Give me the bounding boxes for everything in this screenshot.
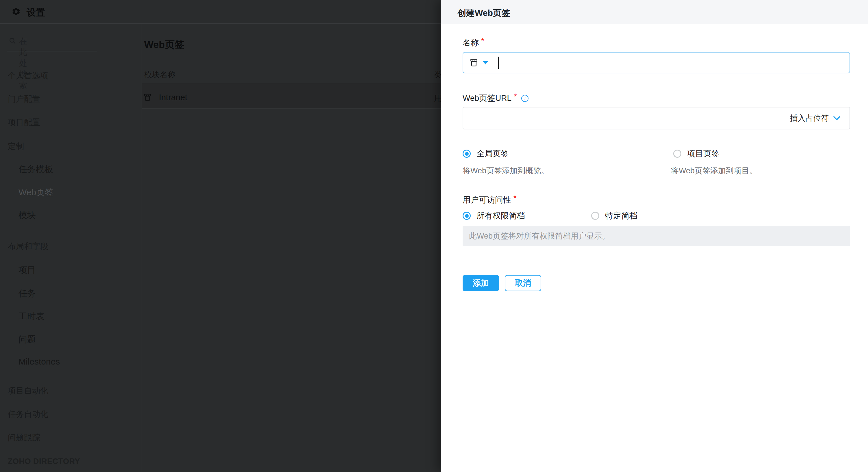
project-tab-description: 将Web页签添加到项目。 <box>671 165 757 176</box>
sidebar-item-personal-preferences[interactable]: 个人首选项 <box>8 71 48 81</box>
radio-unselected-icon[interactable] <box>591 212 599 220</box>
search-underline <box>7 51 97 52</box>
accessibility-field-label: 用户可访问性 * <box>463 194 517 206</box>
name-input[interactable] <box>463 52 850 73</box>
required-asterisk: * <box>481 37 484 45</box>
sidebar-item-issue-tracking[interactable]: 问题跟踪 <box>8 433 40 443</box>
required-asterisk: * <box>514 92 517 101</box>
sidebar-item-task-automation[interactable]: 任务自动化 <box>8 409 48 419</box>
info-icon[interactable]: i <box>521 94 529 102</box>
svg-text:i: i <box>524 96 525 101</box>
sidebar-item-issues[interactable]: 问题 <box>19 335 36 344</box>
sidebar-item-customization[interactable]: 定制 <box>8 141 24 151</box>
insert-placeholder-dropdown[interactable]: 插入占位符 <box>781 107 849 129</box>
radio-selected-icon[interactable] <box>463 212 471 220</box>
sidebar-item-modules[interactable]: 模块 <box>19 210 36 220</box>
radio-selected-icon[interactable] <box>463 150 471 158</box>
sidebar-item-tasks[interactable]: 任务 <box>19 289 36 298</box>
radio-project-tab[interactable]: 项目页签 <box>673 148 719 159</box>
settings-page-dimmed: 设置 在此处搜索 个人首选项 门户配置 项目配置 定制 任务模板 Web页签 模… <box>0 0 441 472</box>
chevron-down-icon <box>833 116 841 121</box>
drawer-actions: 添加 取消 <box>463 275 541 291</box>
radio-specific-profiles[interactable]: 特定简档 <box>591 210 638 221</box>
screen: 设置 在此处搜索 个人首选项 门户配置 项目配置 定制 任务模板 Web页签 模… <box>0 0 868 472</box>
sidebar-item-project-automation[interactable]: 项目自动化 <box>8 386 48 396</box>
required-asterisk: * <box>514 194 517 203</box>
sidebar-item-web-tabs-active[interactable]: Web页签 <box>19 187 54 197</box>
caret-down-icon <box>483 61 488 64</box>
sidebar-item-milestones[interactable]: Milestones <box>19 357 60 367</box>
sidebar-item-timesheets[interactable]: 工时表 <box>19 311 44 321</box>
accessibility-note: 此Web页签将对所有权限简档用户显示。 <box>463 226 850 246</box>
url-input[interactable]: 插入占位符 <box>463 107 850 129</box>
radio-global-tab[interactable]: 全局页签 <box>463 148 509 159</box>
name-field-label: 名称 * <box>463 37 484 48</box>
sidebar-item-project-configuration[interactable]: 项目配置 <box>8 118 40 127</box>
web-tabs-title: Web页签 <box>144 38 184 52</box>
table-row-intranet[interactable]: Intranet <box>159 93 187 102</box>
search-input[interactable]: 在此处搜索 <box>19 36 27 91</box>
column-header-module-name: 模块名称 <box>144 69 176 80</box>
text-cursor <box>498 57 499 69</box>
drawer-title: 创建Web页签 <box>457 7 510 19</box>
storefront-icon <box>469 58 479 68</box>
tab-icon-picker[interactable] <box>467 53 490 73</box>
sidebar-item-task-templates[interactable]: 任务模板 <box>19 164 53 174</box>
sidebar-item-layouts-and-fields[interactable]: 布局和字段 <box>8 242 48 251</box>
sidebar-item-projects[interactable]: 项目 <box>19 265 36 275</box>
search-icon <box>9 37 16 44</box>
radio-unselected-icon[interactable] <box>673 150 681 158</box>
gear-icon <box>11 7 21 16</box>
add-button[interactable]: 添加 <box>463 275 499 291</box>
drawer-header: 创建Web页签 <box>441 0 868 24</box>
create-web-tab-drawer: 创建Web页签 名称 * Web页签URL * i <box>441 0 868 472</box>
storefront-icon <box>143 92 152 102</box>
page-title: 设置 <box>27 6 45 19</box>
global-tab-description: 将Web页签添加到概览。 <box>463 165 549 176</box>
cancel-button[interactable]: 取消 <box>505 275 541 291</box>
sidebar-item-portal-configuration[interactable]: 门户配置 <box>8 94 40 104</box>
settings-header: 设置 <box>0 0 441 24</box>
radio-all-profiles[interactable]: 所有权限简档 <box>463 210 525 221</box>
sidebar-item-zoho-directory[interactable]: ZOHO DIRECTORY <box>8 457 80 466</box>
url-field-label: Web页签URL * i <box>463 93 529 104</box>
